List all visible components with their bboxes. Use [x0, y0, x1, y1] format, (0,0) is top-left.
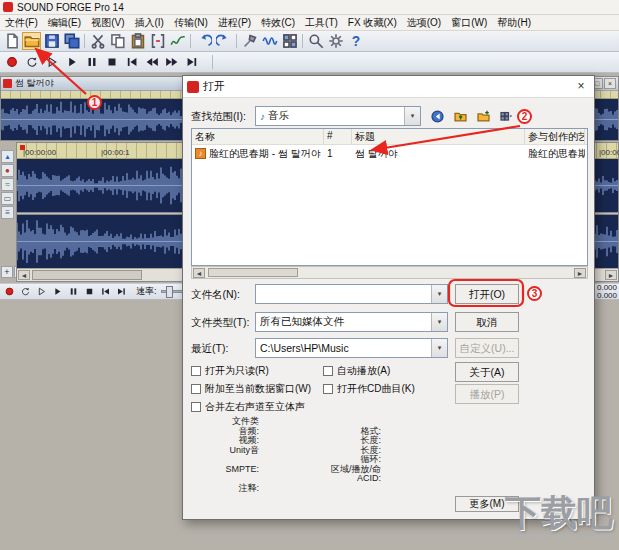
go-to-start-button-small[interactable]: [98, 285, 113, 299]
cut-icon[interactable]: [88, 32, 107, 50]
repair-tool-icon[interactable]: [240, 32, 259, 50]
app-icon: [3, 2, 13, 12]
menu-insert[interactable]: 插入(I): [129, 15, 168, 31]
column-header-title[interactable]: 标题: [352, 129, 525, 144]
new-document-icon[interactable]: [2, 32, 21, 50]
rate-label: 速率:: [136, 285, 157, 298]
cd-track-button[interactable]: [264, 53, 283, 71]
go-to-end-button-small[interactable]: [114, 285, 129, 299]
column-header-artist[interactable]: 参与创作的艺?: [525, 129, 585, 144]
dialog-title-bar[interactable]: 打开 ×: [183, 76, 594, 98]
create-new-folder-icon[interactable]: [473, 106, 493, 126]
checkbox-append-to-current-window[interactable]: 附加至当前数据窗口(W): [191, 382, 323, 396]
magnify-tool-icon[interactable]: ●: [1, 164, 14, 177]
menu-transport[interactable]: 传输(N): [169, 15, 213, 31]
view-menu-icon[interactable]: [496, 106, 516, 126]
checkbox-open-as-cd-track[interactable]: 打开作CD曲目(K): [323, 382, 415, 396]
mix-icon[interactable]: [168, 32, 187, 50]
rewind-button[interactable]: [142, 53, 161, 71]
menu-help[interactable]: 帮助(H): [492, 15, 536, 31]
marker-insert-button[interactable]: [224, 53, 243, 71]
open-folder-icon[interactable]: [22, 32, 41, 50]
play-button[interactable]: [62, 53, 81, 71]
scroll-right-icon[interactable]: ►: [574, 268, 586, 278]
toolbar-separator: [302, 34, 303, 48]
menu-window[interactable]: 窗口(W): [446, 15, 492, 31]
dropdown-icon[interactable]: ▾: [431, 285, 447, 303]
file-name-combo[interactable]: ▾: [255, 284, 448, 304]
file-type-combo[interactable]: 所有已知媒体文件 ▾: [255, 312, 448, 332]
about-button[interactable]: 关于(A): [455, 362, 519, 382]
region-insert-button[interactable]: [244, 53, 263, 71]
dropdown-icon[interactable]: ▾: [431, 339, 447, 357]
forward-button[interactable]: [162, 53, 181, 71]
options-gear-icon[interactable]: [326, 32, 345, 50]
trim-icon[interactable]: [148, 32, 167, 50]
file-row[interactable]: ♪脸红的思春期 - 썸 탈꺼야1썸 탈꺼야脸红的思春期: [192, 145, 587, 162]
record-button[interactable]: [2, 53, 21, 71]
menu-options[interactable]: 选项(O): [402, 15, 446, 31]
envelope-tool-icon[interactable]: ▭: [1, 192, 14, 205]
cancel-button[interactable]: 取消: [455, 312, 519, 332]
scroll-left-icon[interactable]: ◄: [193, 268, 205, 278]
checkbox-open-read-only[interactable]: 打开为只读(R): [191, 364, 323, 378]
paste-icon[interactable]: [128, 32, 147, 50]
scroll-thumb[interactable]: [32, 270, 142, 280]
dropdown-icon[interactable]: ▾: [404, 107, 420, 125]
pencil-tool-icon[interactable]: ≈: [1, 178, 14, 191]
file-list-scrollbar[interactable]: ◄ ►: [191, 266, 588, 279]
loop-playback-button[interactable]: [22, 53, 41, 71]
undo-icon[interactable]: [194, 32, 213, 50]
play-all-button[interactable]: [42, 53, 61, 71]
edit-tool-icon[interactable]: ▴: [1, 150, 14, 163]
stop-button[interactable]: [102, 53, 121, 71]
up-one-level-icon[interactable]: [450, 106, 470, 126]
pause-button-small[interactable]: [66, 285, 81, 299]
scroll-right-icon[interactable]: ►: [605, 270, 617, 280]
redo-icon[interactable]: [214, 32, 233, 50]
go-to-start-button[interactable]: [122, 53, 141, 71]
toolbar-separator: [190, 34, 191, 48]
checkbox-merge-lr-to-stereo[interactable]: 合并左右声道至立体声: [191, 400, 305, 414]
loop-button-small[interactable]: [18, 285, 33, 299]
file-list[interactable]: 名称#标题参与创作的艺? ♪脸红的思春期 - 썸 탈꺼야1썸 탈꺼야脸红的思春期: [191, 128, 588, 266]
watermark-url: www.xiazaiba.com: [505, 532, 613, 542]
play-button-small[interactable]: [50, 285, 65, 299]
recent-combo[interactable]: C:\Users\HP\Music ▾: [255, 338, 448, 358]
checkbox-autoplay[interactable]: 自动播放(A): [323, 364, 390, 378]
record-button-small[interactable]: [2, 285, 17, 299]
help-icon[interactable]: ?: [346, 32, 365, 50]
menu-file[interactable]: 文件(F): [0, 15, 43, 31]
go-to-last-folder-icon[interactable]: [427, 106, 447, 126]
save-all-icon[interactable]: [62, 32, 81, 50]
pause-button[interactable]: [82, 53, 101, 71]
channel-converter-icon[interactable]: [280, 32, 299, 50]
snapshot-button[interactable]: [284, 53, 303, 71]
dialog-close-button[interactable]: ×: [572, 79, 590, 95]
lock-tool-icon[interactable]: ≡: [1, 206, 14, 219]
open-button[interactable]: 打开(O): [455, 284, 519, 304]
menu-effects[interactable]: 特效(C): [256, 15, 300, 31]
scroll-left-icon[interactable]: ◄: [18, 270, 30, 280]
look-in-combo[interactable]: ♪ 音乐 ▾: [255, 106, 421, 126]
rate-slider-thumb[interactable]: [166, 286, 173, 298]
save-icon[interactable]: [42, 32, 61, 50]
stop-button-small[interactable]: [82, 285, 97, 299]
spectrum-icon[interactable]: [260, 32, 279, 50]
menu-tools[interactable]: 工具(T): [300, 15, 343, 31]
scroll-thumb[interactable]: [208, 268, 298, 277]
copy-icon[interactable]: [108, 32, 127, 50]
column-header-track[interactable]: #: [324, 129, 352, 144]
menu-view[interactable]: 视图(V): [86, 15, 129, 31]
play-preview-button: 播放(P): [455, 384, 519, 404]
menu-fx-favorites[interactable]: FX 收藏(X): [343, 15, 402, 31]
menu-process[interactable]: 进程(P): [213, 15, 256, 31]
zoom-tool-icon[interactable]: [306, 32, 325, 50]
zoom-in-button[interactable]: +: [1, 266, 13, 278]
column-header-name[interactable]: 名称: [192, 129, 324, 144]
dropdown-icon[interactable]: ▾: [431, 313, 447, 331]
go-to-end-button[interactable]: [182, 53, 201, 71]
menu-edit[interactable]: 编辑(E): [43, 15, 86, 31]
close-icon[interactable]: ×: [604, 78, 616, 89]
play-all-button-small[interactable]: [34, 285, 49, 299]
